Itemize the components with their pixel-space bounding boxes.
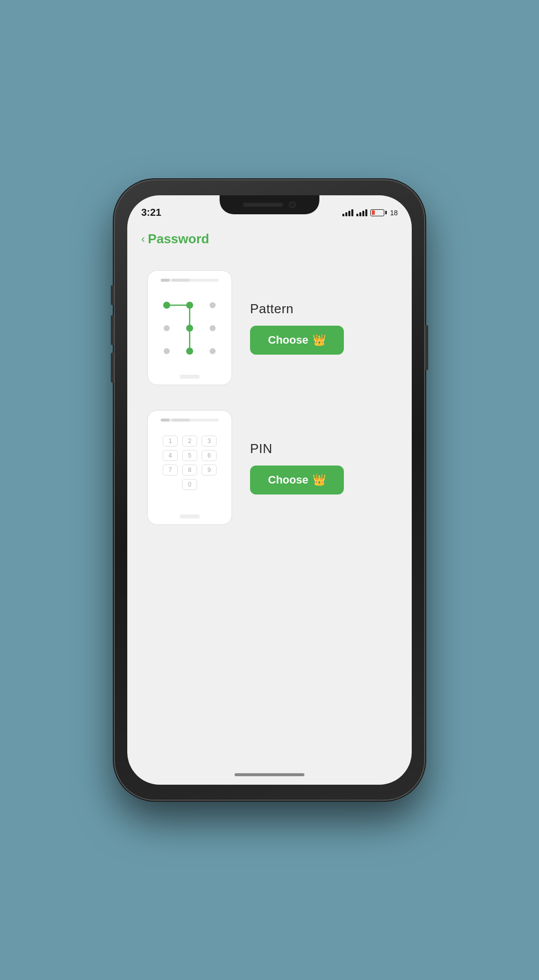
pin-crown-icon: 👑 [312,474,326,487]
pattern-dot-2-0 [164,348,170,354]
back-chevron-icon: ‹ [141,233,145,246]
pattern-dot-1-2 [210,325,216,331]
pattern-crown-icon: 👑 [312,334,326,347]
pin-key-7: 7 [163,465,178,476]
pin-illus-home-button [180,514,200,518]
signal-icon-1 [342,209,353,216]
pattern-option-info: Pattern Choose 👑 [250,301,344,355]
nav-bar: ‹ Password [127,223,412,255]
pin-key-1: 1 [163,436,178,447]
pattern-option-row: Pattern Choose 👑 [147,270,392,385]
pin-key-2: 2 [182,436,197,447]
pattern-grid-container [155,294,224,363]
status-icons: 18 [342,209,398,217]
pattern-dot-1-1 [186,325,193,332]
pin-option-title: PIN [250,441,272,457]
illus-home-button [180,375,200,379]
pin-phone-illustration: 1 2 3 4 5 6 7 8 9 0 [147,410,232,525]
camera [289,201,296,208]
notch [220,195,319,214]
pattern-dot-0-0 [163,302,170,309]
pattern-choose-button[interactable]: Choose 👑 [250,326,344,355]
home-bar [235,773,304,776]
back-button[interactable]: ‹ Password [141,231,209,247]
pin-option-row: 1 2 3 4 5 6 7 8 9 0 PIN [147,410,392,525]
phone-frame: 3:21 [115,180,424,800]
illus-topbar [161,279,218,282]
signal-icon-2 [356,209,367,216]
content-area: Pattern Choose 👑 1 2 3 [127,255,412,765]
pin-key-6: 6 [202,450,217,461]
pattern-dot-2-2 [210,348,216,354]
pin-keypad: 1 2 3 4 5 6 7 8 9 0 [162,436,217,490]
mute-button [111,285,114,305]
pin-key-5: 5 [182,450,197,461]
power-button [425,325,428,370]
pin-choose-label: Choose [268,474,308,487]
pin-key-8: 8 [182,465,197,476]
pin-key-9: 9 [202,465,217,476]
pin-option-info: PIN Choose 👑 [250,441,344,494]
pin-choose-button[interactable]: Choose 👑 [250,466,344,494]
page-title: Password [148,231,209,247]
pin-illus-topbar [161,419,218,422]
pin-key-0: 0 [182,479,197,490]
pattern-dot-2-1 [186,348,193,355]
pattern-option-title: Pattern [250,301,293,317]
pin-key-4: 4 [163,450,178,461]
pattern-dot-0-1 [186,302,193,309]
pattern-dots [155,294,224,363]
volume-down-button [111,353,114,383]
status-time: 3:21 [141,207,161,218]
speaker [243,203,283,207]
pattern-dot-0-2 [210,302,216,308]
battery-icon [370,209,387,216]
volume-up-button [111,315,114,345]
pattern-choose-label: Choose [268,334,308,347]
home-indicator [127,765,412,785]
battery-percentage: 18 [390,209,398,217]
pattern-dot-1-0 [164,325,170,331]
pattern-phone-illustration [147,270,232,385]
phone-screen: 3:21 [127,195,412,785]
pin-key-3: 3 [202,436,217,447]
